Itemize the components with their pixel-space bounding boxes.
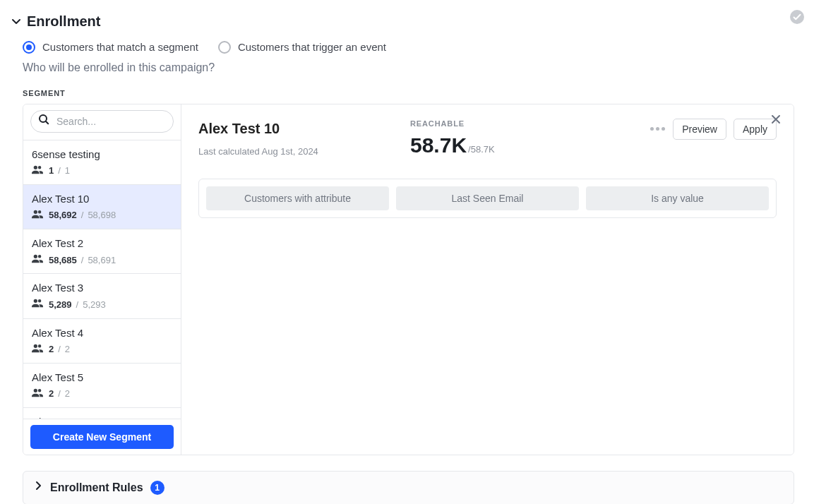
search-input[interactable] [55,115,181,128]
radio-circle-icon [218,41,231,54]
reachable-label: REACHABLE [410,119,635,129]
segment-item-name: Alex Test 5 [32,370,172,385]
people-icon [32,164,43,178]
segment-item[interactable]: Alex Test 35,289/5,293 [23,274,181,318]
segment-item-name: Alex Test 10 [32,191,172,206]
segment-item-name: Alex Test 4 [32,325,172,340]
segment-item[interactable]: Alex Test 258,685/58,691 [23,229,181,274]
close-icon[interactable] [768,112,784,127]
segment-item[interactable]: Alex Test 65,494/5,498 [23,408,181,419]
radio-segment[interactable]: Customers that match a segment [23,40,198,54]
radio-event[interactable]: Customers that trigger an event [218,40,386,54]
enrollment-rules-title: Enrollment Rules [50,480,143,496]
people-icon [32,388,43,401]
section-title: Enrollment [27,11,100,31]
segment-item-total: 2 [65,388,70,400]
filter-condition[interactable]: Is any value [586,186,769,210]
segment-search[interactable] [30,110,174,133]
segment-item-meta: 2/2 [32,388,172,401]
radio-event-label: Customers that trigger an event [238,40,386,54]
more-menu-icon[interactable] [649,127,666,131]
segment-item-meta: 58,685/58,691 [32,253,172,267]
detail-title: Alex Test 10 [198,119,389,138]
section-header[interactable]: Enrollment [11,11,796,31]
segment-item-total: 2 [65,343,70,356]
filter-field[interactable]: Last Seen Email [396,186,579,210]
segment-detail: Alex Test 10 Last calculated Aug 1st, 20… [181,104,794,455]
segment-item[interactable]: Alex Test 42/2 [23,319,181,364]
segment-item-reached: 58,685 [49,254,77,267]
radio-segment-label: Customers that match a segment [42,40,198,54]
people-icon [32,343,43,356]
reachable-total: /58.7K [468,143,495,156]
segment-section-label: SEGMENT [23,88,796,99]
people-icon [32,298,43,311]
reachable-value: 58.7K [410,131,467,160]
segment-item-meta: 58,692/58,698 [32,209,172,222]
enrollment-radio-group: Customers that match a segment Customers… [23,40,796,54]
segment-item[interactable]: Alex Test 1058,692/58,698 [23,185,181,229]
segment-item-total: 1 [65,164,70,177]
radio-circle-icon [23,41,35,54]
segment-sidebar: 6sense testing1/1Alex Test 1058,692/58,6… [23,104,181,455]
create-segment-button[interactable]: Create New Segment [30,425,174,449]
segment-item-reached: 1 [49,164,54,177]
segment-item-reached: 2 [49,343,54,356]
segment-panel: 6sense testing1/1Alex Test 1058,692/58,6… [23,104,794,455]
filter-attribute[interactable]: Customers with attribute [206,186,389,210]
people-icon [32,253,43,267]
segment-item-meta: 1/1 [32,164,172,178]
search-icon [38,114,49,129]
people-icon [32,209,43,222]
segment-item-name: Alex Test 2 [32,236,172,251]
chevron-right-icon [33,481,43,495]
detail-last-calculated: Last calculated Aug 1st, 2024 [198,145,389,158]
segment-item-meta: 2/2 [32,343,172,356]
enrollment-rules[interactable]: Enrollment Rules 1 [23,471,794,504]
segment-item-name: 6sense testing [32,147,172,162]
segment-item[interactable]: 6sense testing1/1 [23,140,181,185]
segment-item-reached: 5,289 [49,299,72,311]
segment-item-meta: 5,289/5,293 [32,298,172,311]
chevron-down-icon [11,16,21,26]
status-check-icon [790,10,804,24]
segment-item[interactable]: Alex Test 52/2 [23,364,181,408]
segment-list[interactable]: 6sense testing1/1Alex Test 1058,692/58,6… [23,140,181,419]
segment-item-reached: 2 [49,388,54,400]
segment-item-name: Alex Test 3 [32,280,172,295]
filter-card: Customers with attribute Last Seen Email… [198,179,777,218]
subtitle: Who will be enrolled in this campaign? [23,60,796,76]
segment-item-reached: 58,692 [49,209,77,222]
preview-button[interactable]: Preview [673,119,726,140]
segment-item-total: 58,691 [88,254,116,267]
segment-item-total: 5,293 [83,299,106,311]
enrollment-rules-count: 1 [150,481,164,495]
segment-item-total: 58,698 [88,209,116,222]
